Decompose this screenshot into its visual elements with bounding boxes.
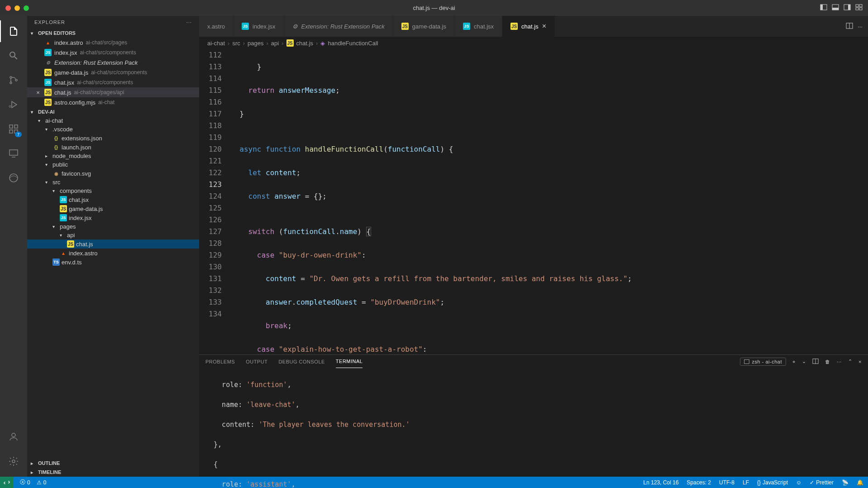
close-icon[interactable]: × [34, 89, 42, 96]
open-editor-item[interactable]: JSindex.jsxai-chat/src/components [27, 48, 199, 57]
tree-file[interactable]: JSindex.jsx [27, 213, 199, 222]
activity-source-control[interactable] [3, 69, 24, 91]
layout-panel-icon[interactable] [832, 4, 839, 12]
terminal-profile[interactable]: zsh - ai-chat [740, 358, 786, 366]
svg-rect-3 [832, 8, 839, 10]
layout-sidebar-right-icon[interactable] [844, 4, 851, 12]
close-icon[interactable]: × [858, 359, 862, 364]
window-minimize[interactable] [14, 5, 20, 11]
activity-explorer[interactable] [3, 20, 24, 42]
tree-folder[interactable]: ▾public [27, 160, 199, 169]
method-icon: ◈ [320, 40, 325, 47]
tree-folder[interactable]: ▾api [27, 231, 199, 239]
js-icon: JS [44, 99, 52, 106]
status-bell-icon[interactable]: 🔔 [857, 479, 863, 486]
activity-search[interactable] [3, 45, 24, 67]
tree-file[interactable]: {}extensions.json [27, 134, 199, 143]
open-editor-item-active[interactable]: ×JSchat.jsai-chat/src/pages/api [27, 87, 199, 97]
tree-file[interactable]: ◉favicon.svg [27, 169, 199, 178]
status-encoding[interactable]: UTF-8 [719, 479, 734, 486]
new-terminal-icon[interactable]: + [792, 359, 796, 364]
open-editor-item[interactable]: JSastro.config.mjsai-chat [27, 97, 199, 107]
open-editor-item[interactable]: ⚙Extension: Rust Extension Pack [27, 57, 199, 67]
svg-rect-17 [14, 125, 18, 128]
terminal-content[interactable]: role: 'function', name: 'leave-chat', co… [199, 368, 868, 488]
activity-edge[interactable] [3, 167, 24, 189]
status-prettier[interactable]: ✓Prettier [810, 479, 834, 486]
tab[interactable]: JSindex.jsx [234, 16, 284, 37]
tree-folder[interactable]: ▾ai-chat [27, 116, 199, 125]
activity-run-debug[interactable] [3, 94, 24, 115]
chevron-down-icon: ▾ [31, 110, 36, 115]
svg-rect-8 [856, 8, 858, 10]
tree-file[interactable]: JSgame-data.js [27, 204, 199, 213]
status-spaces[interactable]: Spaces: 2 [687, 479, 711, 486]
code-editor[interactable]: 1121131141151161171181191201211221231241… [199, 49, 868, 354]
panel-tab-problems[interactable]: PROBLEMS [205, 355, 235, 368]
panel-tab-terminal[interactable]: TERMINAL [336, 355, 363, 368]
chevron-down-icon[interactable]: ⌄ [802, 359, 806, 364]
activity-remote[interactable] [3, 143, 24, 164]
open-editor-item[interactable]: JSgame-data.jsai-chat/src/components [27, 67, 199, 77]
window-close[interactable] [5, 5, 11, 11]
svg-rect-7 [859, 5, 862, 7]
chevron-up-icon[interactable]: ⌃ [848, 359, 853, 364]
tree-folder[interactable]: ▾src [27, 178, 199, 187]
status-feedback-icon[interactable]: ☺ [796, 479, 801, 486]
layout-sidebar-left-icon[interactable] [820, 4, 827, 12]
activity-settings[interactable] [3, 450, 24, 472]
tree-folder[interactable]: ▾.vscode [27, 125, 199, 134]
js-icon: JS [286, 39, 294, 47]
activity-account[interactable] [3, 426, 24, 448]
status-live-icon[interactable]: 📡 [842, 479, 849, 486]
svg-rect-1 [820, 5, 823, 10]
tab[interactable]: x.astro [199, 16, 234, 37]
breadcrumb[interactable]: ai-chat› src› pages› api› JSchat.js› ◈ha… [199, 37, 868, 49]
split-editor-icon[interactable] [846, 22, 853, 31]
timeline-section[interactable]: ▸TIMELINE [27, 468, 199, 477]
tab[interactable]: JSchat.jsx [455, 16, 502, 37]
close-icon[interactable]: × [542, 22, 546, 30]
status-eol[interactable]: LF [743, 479, 749, 486]
tree-file[interactable]: TSenv.d.ts [27, 258, 199, 267]
workspace-section[interactable]: ▾ DEV-AI [27, 107, 199, 116]
status-lang[interactable]: {}JavaScript [757, 479, 788, 486]
open-editor-item[interactable]: ▲index.astroai-chat/src/pages [27, 38, 199, 48]
js-icon: JS [44, 69, 52, 76]
tree-file[interactable]: {}launch.json [27, 143, 199, 152]
more-icon[interactable]: ··· [858, 23, 863, 30]
open-editor-item[interactable]: JSchat.jsxai-chat/src/components [27, 77, 199, 87]
svg-rect-6 [856, 5, 858, 7]
status-remote[interactable] [0, 477, 14, 488]
tree-folder[interactable]: ▾pages [27, 222, 199, 231]
status-cursor[interactable]: Ln 123, Col 16 [644, 479, 679, 486]
window-maximize[interactable] [24, 5, 29, 11]
outline-section[interactable]: ▸OUTLINE [27, 459, 199, 468]
layout-customize-icon[interactable] [855, 4, 863, 12]
tab[interactable]: ⚙Extension: Rust Extension Pack [284, 16, 393, 37]
tab[interactable]: JSgame-data.js [393, 16, 455, 37]
tree-file[interactable]: JSchat.jsx [27, 195, 199, 204]
svg-rect-24 [744, 359, 749, 364]
split-terminal-icon[interactable] [812, 358, 819, 365]
bottom-panel: PROBLEMS OUTPUT DEBUG CONSOLE TERMINAL z… [199, 354, 868, 477]
tree-file[interactable]: ▲index.astro [27, 249, 199, 258]
more-icon[interactable]: ··· [837, 359, 842, 364]
activity-extensions[interactable]: 7 [3, 118, 24, 140]
tree-folder[interactable]: ▾components [27, 187, 199, 195]
tree-folder[interactable]: ▸node_modules [27, 152, 199, 160]
status-errors[interactable]: ⓧ0 [20, 478, 30, 486]
svg-point-11 [10, 82, 12, 84]
sidebar-more-icon[interactable]: ··· [186, 19, 192, 25]
svg-rect-18 [10, 150, 18, 155]
tab-active[interactable]: JSchat.js× [502, 16, 555, 37]
panel-tab-output[interactable]: OUTPUT [246, 355, 267, 368]
svg-rect-9 [859, 8, 862, 10]
panel-tab-debug[interactable]: DEBUG CONSOLE [278, 355, 324, 368]
trash-icon[interactable]: 🗑 [825, 359, 830, 364]
status-warnings[interactable]: ⚠0 [37, 479, 47, 486]
open-editors-section[interactable]: ▾ OPEN EDITORS [27, 29, 199, 38]
jsx-icon: JS [60, 214, 67, 221]
code-content[interactable]: } return answerMessage; } async function… [231, 49, 868, 354]
tree-file-active[interactable]: JSchat.js [27, 239, 199, 249]
